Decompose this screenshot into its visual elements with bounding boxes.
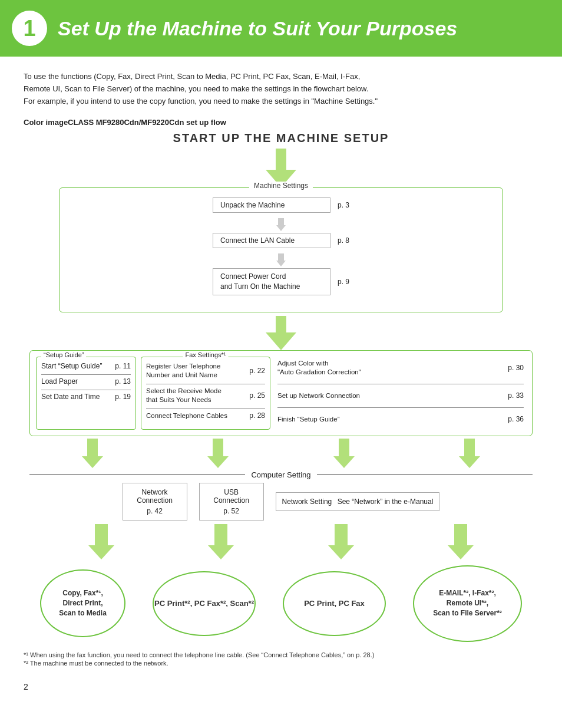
ms-item-3: Connect Power Cordand Turn On the Machin…: [213, 268, 349, 295]
ms-item-1: Unpack the Machine p. 3: [213, 197, 349, 213]
color-item-3: Finish “Setup Guide” p. 36: [277, 415, 524, 424]
sg-item-3: Set Date and Time p. 19: [41, 393, 131, 401]
oval-4: E-MAIL*², I-Fax*²,Remote UI*²,Scan to Fi…: [413, 565, 522, 642]
sg-item-1: Start “Setup Guide” p. 11: [41, 362, 131, 370]
ms-box-3: Connect Power Cordand Turn On the Machin…: [213, 268, 330, 295]
machine-settings-items: Unpack the Machine p. 3 Connect the LAN …: [77, 194, 485, 302]
ms-page-1: p. 3: [338, 201, 349, 209]
computer-setting-boxes: Network Connection p. 42 USB Connection …: [29, 483, 533, 521]
computer-setting-section: Computer Setting Network Connection p. 4…: [29, 470, 533, 521]
color-item-2: Set up Network Connection p. 33: [277, 391, 524, 400]
comp-box-usb: USB Connection p. 52: [199, 483, 264, 521]
ms-box-2: Connect the LAN Cable: [213, 233, 330, 248]
ms-page-2: p. 8: [338, 236, 349, 245]
arrow-oval-2: [208, 524, 234, 559]
sg-item-2: Load Paper p. 13: [41, 377, 131, 386]
three-col-section: “Setup Guide” Start “Setup Guide” p. 11 …: [29, 350, 533, 436]
machine-settings-label: Machine Settings: [249, 182, 313, 190]
footnote-2: *² The machine must be connected to the …: [24, 660, 538, 667]
arrow-oval-3: [328, 524, 354, 559]
arrow-right: [459, 439, 480, 468]
fax-item-3: Connect Telephone Cables p. 28: [146, 411, 265, 420]
ms-page-3: p. 9: [338, 278, 349, 286]
color-settings-col: Adjust Color with"Auto Gradation Correct…: [275, 357, 526, 430]
arrow-oval-1: [88, 524, 114, 559]
page-title: Set Up the Machine to Suit Your Purposes: [58, 17, 457, 40]
computer-setting-label: Computer Setting: [251, 470, 310, 479]
oval-2: PC Print*², PC Fax*², Scan*²: [153, 571, 256, 636]
page-number: 2: [24, 682, 28, 691]
ms-item-2: Connect the LAN Cable p. 8: [213, 233, 349, 248]
arrow-center-right: [333, 439, 355, 468]
oval-1: Copy, Fax*¹,Direct Print,Scan to Media: [40, 569, 125, 637]
comp-to-ovals-arrows: [29, 524, 533, 559]
main-content: To use the functions (Copy, Fax, Direct …: [0, 57, 562, 682]
ovals-row: Copy, Fax*¹,Direct Print,Scan to Media P…: [29, 565, 533, 642]
flowchart: START UP THE MACHINE SETUP Machine Setti…: [24, 131, 538, 666]
arrow-oval-4: [448, 524, 474, 559]
arrow-left: [82, 439, 103, 468]
setup-guide-col: “Setup Guide” Start “Setup Guide” p. 11 …: [36, 357, 136, 430]
fax-item-2: Select the Receive Modethat Suits Your N…: [146, 387, 265, 404]
startup-title: START UP THE MACHINE SETUP: [24, 131, 538, 145]
comp-box-network-setting: Network Setting See “Network” in the e-M…: [276, 492, 440, 511]
page-header: 1 Set Up the Machine to Suit Your Purpos…: [0, 0, 562, 57]
ms-arrow-1: [276, 218, 286, 231]
color-item-1: Adjust Color with"Auto Gradation Correct…: [277, 359, 524, 377]
arrow-center-left: [207, 439, 229, 468]
fax-settings-col: Fax Settings*¹ Register User TelephoneNu…: [141, 357, 270, 430]
flow-label: Color imageCLASS MF9280Cdn/MF9220Cdn set…: [24, 118, 538, 127]
intro-text: To use the functions (Copy, Fax, Direct …: [24, 71, 538, 107]
section-arrows: [29, 439, 533, 468]
machine-settings-box: Machine Settings Unpack the Machine p. 3…: [59, 187, 503, 312]
chapter-number: 1: [12, 11, 47, 46]
fax-item-1: Register User TelephoneNumber and Unit N…: [146, 362, 265, 380]
computer-setting-label-row: Computer Setting: [29, 470, 533, 479]
setup-guide-label: “Setup Guide”: [41, 351, 86, 358]
comp-box-network: Network Connection p. 42: [123, 483, 187, 521]
ms-arrow-2: [276, 253, 286, 266]
footnote-1: *¹ When using the fax function, you need…: [24, 651, 538, 658]
footnotes: *¹ When using the fax function, you need…: [24, 651, 538, 667]
ms-to-sg-arrow: [24, 316, 538, 350]
ms-box-1: Unpack the Machine: [213, 197, 330, 213]
oval-3: PC Print, PC Fax: [283, 571, 386, 636]
fax-settings-label: Fax Settings*¹: [183, 351, 228, 358]
